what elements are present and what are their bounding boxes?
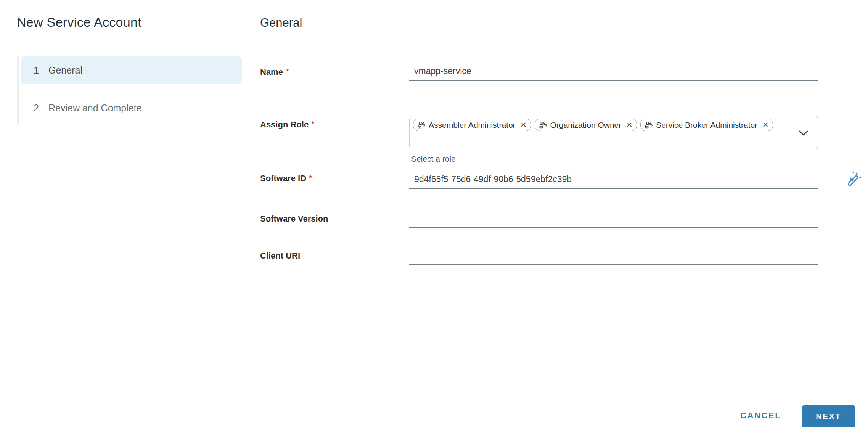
name-label: Name* bbox=[260, 67, 289, 77]
remove-role-icon[interactable]: ✕ bbox=[520, 121, 527, 128]
next-button[interactable]: NEXT bbox=[802, 405, 855, 427]
step-number: 1 bbox=[34, 65, 48, 76]
step-number: 2 bbox=[34, 103, 48, 114]
step-label: General bbox=[48, 65, 82, 76]
users-group-icon bbox=[644, 120, 653, 130]
general-step-form: General Name* Assign Role* Assembler Adm… bbox=[242, 0, 868, 440]
client-uri-input[interactable] bbox=[409, 247, 818, 265]
chevron-down-icon[interactable] bbox=[798, 130, 809, 137]
software-id-input[interactable] bbox=[409, 172, 818, 189]
assign-role-label: Assign Role* bbox=[260, 120, 314, 130]
role-chip-label: Organization Owner bbox=[550, 120, 622, 130]
software-id-label: Software ID* bbox=[260, 173, 312, 183]
remove-role-icon[interactable]: ✕ bbox=[626, 121, 633, 128]
role-chip-label: Assembler Administrator bbox=[429, 120, 516, 130]
users-group-icon bbox=[416, 120, 426, 130]
section-title: General bbox=[260, 15, 302, 31]
wizard-sidebar: New Service Account 1 General 2 Review a… bbox=[0, 0, 242, 440]
required-marker: * bbox=[309, 173, 312, 182]
client-uri-label: Client URI bbox=[260, 251, 300, 261]
dialog-title: New Service Account bbox=[17, 14, 141, 31]
remove-role-icon[interactable]: ✕ bbox=[762, 121, 769, 128]
required-marker: * bbox=[311, 119, 314, 128]
magic-wand-icon[interactable] bbox=[844, 169, 863, 190]
new-service-account-dialog: New Service Account 1 General 2 Review a… bbox=[0, 0, 868, 440]
cancel-button[interactable]: CANCEL bbox=[735, 409, 786, 422]
step-label: Review and Complete bbox=[48, 103, 142, 114]
role-chip-organization-owner: Organization Owner ✕ bbox=[535, 119, 637, 131]
name-input[interactable] bbox=[409, 63, 818, 81]
role-chip-label: Service Broker Administrator bbox=[656, 120, 757, 130]
select-a-role-helper: Select a role bbox=[411, 154, 456, 164]
users-group-icon bbox=[538, 120, 547, 130]
software-version-input[interactable] bbox=[409, 210, 818, 228]
step-track bbox=[17, 56, 19, 124]
assign-role-combobox[interactable]: Assembler Administrator ✕ Organization O… bbox=[409, 116, 818, 149]
step-general[interactable]: 1 General bbox=[21, 56, 242, 84]
role-chip-assembler-administrator: Assembler Administrator ✕ bbox=[413, 119, 531, 131]
required-marker: * bbox=[286, 67, 289, 75]
software-version-label: Software Version bbox=[260, 214, 328, 224]
role-chip-service-broker-administrator: Service Broker Administrator ✕ bbox=[640, 119, 773, 131]
step-review-and-complete[interactable]: 2 Review and Complete bbox=[21, 96, 242, 119]
